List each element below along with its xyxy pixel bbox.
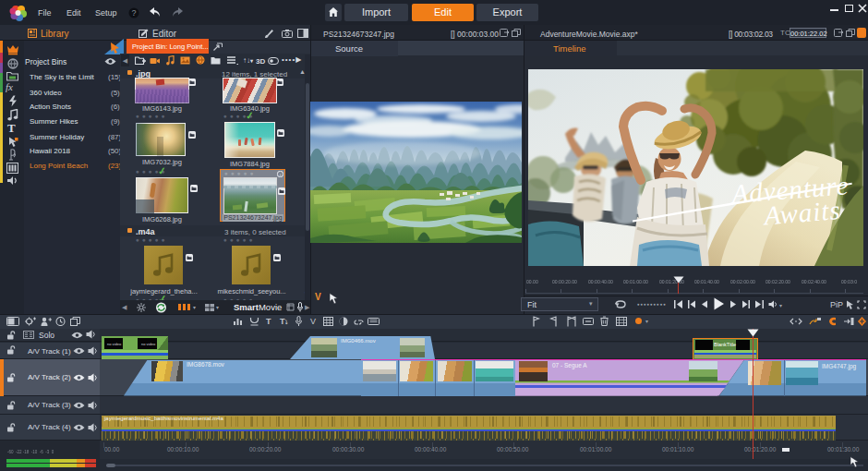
svg-text:i: i — [280, 173, 282, 177]
svg-text:Awaits: Awaits — [761, 195, 842, 231]
svg-text:?: ? — [131, 8, 136, 18]
